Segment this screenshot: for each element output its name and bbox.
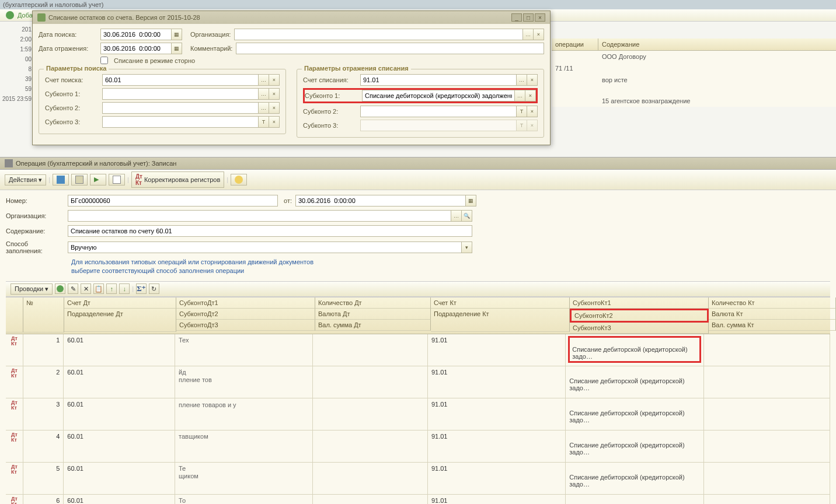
- schet-spis-input[interactable]: [361, 75, 516, 85]
- prov-dropdown[interactable]: Проводки ▾: [11, 284, 53, 295]
- clear-button[interactable]: ×: [527, 75, 537, 85]
- calendar-icon[interactable]: ▦: [465, 195, 476, 206]
- sub-kt-cell[interactable]: Списание дебиторской (кредиторской) задо…: [566, 334, 703, 366]
- qty-dt-cell[interactable]: [313, 398, 428, 430]
- qty-dt-cell[interactable]: [313, 430, 428, 462]
- select-button[interactable]: …: [522, 29, 533, 40]
- table-row[interactable]: ДтКт 5 60.01 Тещиком 91.01 Списание деби…: [6, 463, 830, 495]
- bg-row[interactable]: [552, 86, 836, 90]
- clear-button[interactable]: ×: [269, 117, 279, 127]
- col-valsum-kt[interactable]: Вал. сумма Кт: [709, 320, 836, 331]
- bg-row[interactable]: вор исте: [552, 74, 836, 86]
- qty-kt-cell[interactable]: [704, 463, 830, 494]
- sum-icon[interactable]: Σ⁺: [136, 284, 147, 294]
- dropdown-icon[interactable]: ▾: [461, 242, 472, 253]
- copy-row-icon[interactable]: 📋: [93, 284, 104, 294]
- table-row[interactable]: ДтКт 2 60.01 йдпление тов 91.01 Списание…: [6, 366, 830, 398]
- qty-kt-cell[interactable]: [704, 398, 830, 430]
- help-icon[interactable]: [231, 174, 247, 186]
- bg-row[interactable]: [552, 90, 836, 95]
- calendar-icon[interactable]: ▦: [171, 29, 182, 40]
- schet-dt-cell[interactable]: 60.01: [64, 398, 175, 430]
- sub-dt-cell[interactable]: Тещиком: [175, 463, 313, 494]
- schet-kt-cell[interactable]: 91.01: [428, 463, 566, 494]
- calendar-icon[interactable]: ▦: [171, 43, 182, 54]
- qty-kt-cell[interactable]: [704, 495, 830, 504]
- clear-button[interactable]: ×: [269, 89, 279, 99]
- bg-row[interactable]: ООО Договору: [552, 51, 836, 62]
- select-button[interactable]: …: [451, 211, 461, 221]
- qty-dt-cell[interactable]: [313, 463, 428, 494]
- comment-input[interactable]: [236, 43, 544, 54]
- search-sub2-input[interactable]: [103, 103, 258, 113]
- add-icon[interactable]: [6, 11, 14, 19]
- sub-dt-cell[interactable]: йдпление тов: [175, 366, 313, 398]
- col-schet-kt[interactable]: Счет Кт: [431, 298, 570, 309]
- schet-kt-cell[interactable]: 91.01: [428, 495, 566, 504]
- sub-kt-cell[interactable]: Списание дебиторской (кредиторской) задо…: [566, 495, 703, 504]
- maximize-button[interactable]: □: [523, 13, 534, 22]
- move-up-icon[interactable]: ↑: [106, 284, 117, 294]
- bg-row[interactable]: 15 агентское вознаграждение: [552, 95, 836, 107]
- sub-dt-cell[interactable]: пление товаров и у: [175, 398, 313, 430]
- clear-button[interactable]: ×: [533, 29, 544, 40]
- col-sub-dt2[interactable]: СубконтоДт2: [176, 309, 315, 320]
- schet-dt-cell[interactable]: 60.01: [64, 495, 175, 504]
- clear-button[interactable]: ×: [525, 90, 535, 101]
- col-podr-dt[interactable]: Подразделение Дт: [64, 309, 176, 332]
- select-button[interactable]: …: [514, 90, 525, 101]
- ot-date-input[interactable]: [296, 195, 465, 206]
- schet-poiska-input[interactable]: [103, 75, 258, 85]
- reflect-date-input[interactable]: [101, 43, 171, 54]
- number-input[interactable]: [68, 195, 277, 206]
- storno-checkbox[interactable]: [100, 57, 108, 64]
- col-num[interactable]: №: [23, 298, 64, 332]
- save-icon[interactable]: [53, 174, 69, 186]
- schet-kt-cell[interactable]: 91.01: [428, 366, 566, 398]
- qty-kt-cell[interactable]: [704, 366, 830, 398]
- refresh-icon[interactable]: ↻: [149, 284, 159, 294]
- wo-sub2-input[interactable]: [361, 106, 516, 117]
- table-row[interactable]: ДтКт 4 60.01 тавщиком 91.01 Списание деб…: [6, 430, 830, 463]
- col-schet-dt[interactable]: Счет Дт: [64, 298, 176, 309]
- search-sub3-input[interactable]: [103, 117, 258, 127]
- col-sub-kt1[interactable]: СубконтоКт1: [570, 298, 709, 309]
- type-button[interactable]: T: [516, 106, 527, 117]
- table-row[interactable]: ДтКт 1 60.01 Тех 91.01 Списание дебиторс…: [6, 334, 830, 366]
- col-valsum-dt[interactable]: Вал. сумма Дт: [315, 320, 431, 331]
- actions-dropdown[interactable]: Действия ▾: [5, 174, 46, 186]
- sub-kt-cell[interactable]: Списание дебиторской (кредиторской) задо…: [566, 398, 703, 430]
- org-input[interactable]: [235, 29, 522, 40]
- col-sub-dt3[interactable]: СубконтоДт3: [176, 320, 315, 331]
- col-sub-dt1[interactable]: СубконтоДт1: [176, 298, 315, 309]
- clear-button[interactable]: ×: [527, 106, 537, 117]
- delete-row-icon[interactable]: ✕: [81, 284, 91, 294]
- schet-dt-cell[interactable]: 60.01: [64, 463, 175, 494]
- sub-kt-cell[interactable]: Списание дебиторской (кредиторской) задо…: [566, 463, 703, 494]
- bg-row[interactable]: 71 /11: [552, 62, 836, 74]
- schet-kt-cell[interactable]: 91.01: [428, 398, 566, 430]
- qty-dt-cell[interactable]: [313, 366, 428, 398]
- add-row-icon[interactable]: [55, 284, 65, 294]
- schet-dt-cell[interactable]: 60.01: [64, 430, 175, 462]
- col-sub-kt3[interactable]: СубконтоКт3: [570, 323, 709, 334]
- table-row[interactable]: ДтКт 6 60.01 То 91.01 Списание дебиторск…: [6, 495, 830, 504]
- select-button[interactable]: …: [258, 103, 269, 113]
- col-val-dt[interactable]: Валюта Дт: [315, 309, 431, 320]
- col-qty-dt[interactable]: Количество Дт: [315, 298, 431, 309]
- wo-sub1-input[interactable]: [363, 90, 514, 101]
- schet-kt-cell[interactable]: 91.01: [428, 334, 566, 366]
- select-button[interactable]: …: [516, 75, 527, 85]
- sheet-icon[interactable]: [71, 174, 88, 186]
- dialog-titlebar[interactable]: Списание остатков со счета. Версия от 20…: [33, 11, 550, 24]
- schet-dt-cell[interactable]: 60.01: [64, 334, 175, 366]
- sub-dt-cell[interactable]: То: [175, 495, 313, 504]
- sub-dt-cell[interactable]: тавщиком: [175, 430, 313, 462]
- clear-button[interactable]: ×: [269, 103, 279, 113]
- qty-kt-cell[interactable]: [704, 430, 830, 462]
- select-button[interactable]: …: [258, 75, 269, 85]
- minimize-button[interactable]: _: [511, 13, 522, 22]
- sub-kt-cell[interactable]: Списание дебиторской (кредиторской) задо…: [566, 366, 703, 398]
- edit-row-icon[interactable]: ✎: [68, 284, 78, 294]
- close-button[interactable]: ×: [535, 13, 545, 22]
